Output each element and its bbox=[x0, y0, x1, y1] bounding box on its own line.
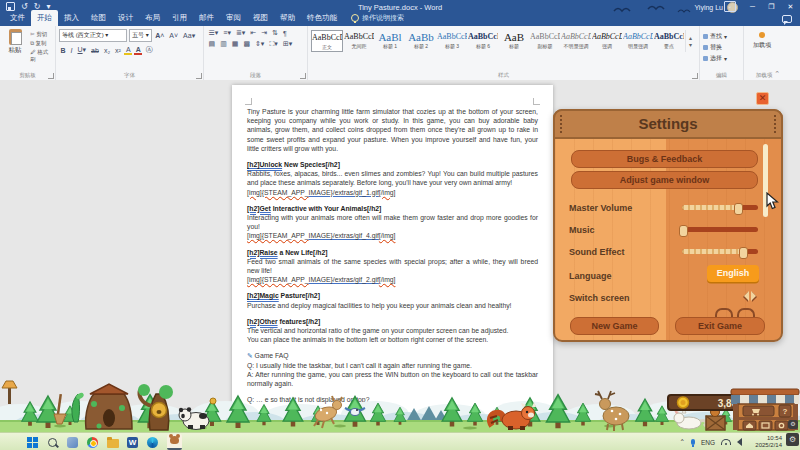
bugs-feedback-button[interactable]: Bugs & Feedback bbox=[571, 150, 758, 168]
settings-close-button[interactable]: ✕ bbox=[756, 92, 769, 105]
shop-cart-button[interactable] bbox=[743, 406, 774, 416]
grow-font-icon[interactable]: A˄ bbox=[154, 32, 166, 39]
character-shading-icon[interactable]: Ⓐ bbox=[144, 45, 154, 55]
minimize-button[interactable]: ─ bbox=[743, 0, 762, 13]
language-indicator[interactable]: ENG bbox=[701, 439, 715, 446]
tab-references[interactable]: 引用 bbox=[166, 10, 193, 26]
slider-handle[interactable] bbox=[679, 225, 688, 237]
tab-mailings[interactable]: 邮件 bbox=[193, 10, 220, 26]
microphone-icon[interactable] bbox=[691, 439, 695, 445]
change-case-icon[interactable]: Aa▾ bbox=[182, 32, 197, 40]
tab-insert[interactable]: 插入 bbox=[58, 10, 85, 26]
underline-icon[interactable]: U▾ bbox=[76, 46, 88, 54]
font-color-icon[interactable]: A bbox=[134, 46, 142, 55]
shop-settings-button[interactable] bbox=[775, 421, 788, 430]
tab-help[interactable]: 帮助 bbox=[274, 10, 301, 26]
addins-button[interactable]: 加载项 bbox=[747, 28, 777, 50]
superscript-icon[interactable]: x² bbox=[114, 47, 123, 54]
tell-me-search[interactable]: 操作说明搜索 bbox=[351, 13, 404, 26]
justify-icon[interactable]: ▩ bbox=[242, 40, 252, 48]
borders-icon[interactable]: ⊞▾ bbox=[281, 40, 293, 48]
numbering-icon[interactable]: ≡▾ bbox=[222, 29, 233, 37]
align-left-icon[interactable]: ▤ bbox=[207, 40, 217, 48]
language-button[interactable]: English bbox=[707, 265, 759, 282]
align-right-icon[interactable]: ▦ bbox=[230, 40, 240, 48]
align-center-icon[interactable]: ▥ bbox=[219, 40, 229, 48]
cut-button[interactable]: ✂ 剪切 bbox=[30, 31, 52, 38]
ribbon-display-options-icon[interactable]: ⌄ bbox=[724, 1, 736, 12]
style-heading1[interactable]: AaBl标题 1 bbox=[375, 30, 405, 52]
word-icon[interactable]: W bbox=[126, 436, 139, 449]
shop-album-button[interactable] bbox=[759, 421, 772, 430]
increase-indent-icon[interactable]: ⇥ bbox=[260, 29, 269, 37]
collapse-ribbon-icon[interactable]: ⌃ bbox=[774, 70, 780, 78]
tab-review[interactable]: 审阅 bbox=[220, 10, 247, 26]
slider-handle[interactable] bbox=[739, 247, 748, 259]
font-size-select[interactable]: 五号 ▾ bbox=[129, 29, 152, 42]
tab-file[interactable]: 文件 bbox=[4, 10, 31, 26]
bullets-icon[interactable]: ☰▾ bbox=[207, 29, 220, 37]
font-name-select[interactable]: 等线 (西文正文) ▾ bbox=[59, 29, 127, 42]
switch-screen-right-icon[interactable] bbox=[751, 291, 761, 301]
style-subtitle[interactable]: AaBbCcD副标题 bbox=[530, 30, 560, 52]
shop-home-button[interactable] bbox=[743, 421, 756, 430]
start-button[interactable] bbox=[26, 436, 39, 449]
music-slider[interactable] bbox=[682, 227, 758, 232]
close-button[interactable]: ✕ bbox=[781, 0, 800, 13]
replace-button[interactable]: 替换 bbox=[703, 43, 740, 52]
slider-handle[interactable] bbox=[734, 203, 743, 215]
game-gear-button-small[interactable]: ⚙ bbox=[788, 420, 798, 429]
highlight-color-icon[interactable]: A bbox=[124, 46, 132, 55]
paragraph-dialog-launcher[interactable] bbox=[300, 73, 306, 79]
tab-view[interactable]: 视图 bbox=[247, 10, 274, 26]
file-explorer-icon[interactable] bbox=[106, 436, 119, 449]
restore-button[interactable]: ❐ bbox=[762, 0, 781, 13]
copy-button[interactable]: ⧉ 复制 bbox=[30, 40, 52, 47]
tray-expand-icon[interactable]: ⌃ bbox=[679, 438, 684, 446]
exit-game-button[interactable]: Exit Game bbox=[675, 317, 765, 335]
sound-effect-slider[interactable] bbox=[682, 249, 758, 254]
wifi-icon[interactable] bbox=[721, 439, 731, 445]
switch-screen-left-icon[interactable] bbox=[739, 291, 749, 301]
master-volume-slider[interactable] bbox=[682, 205, 758, 210]
styles-dialog-launcher[interactable] bbox=[692, 73, 698, 79]
style-heading2[interactable]: AaBb标题 2 bbox=[406, 30, 436, 52]
tab-features[interactable]: 特色功能 bbox=[301, 10, 343, 26]
style-heading6[interactable]: AaBbCcD标题 6 bbox=[468, 30, 498, 52]
new-game-button[interactable]: New Game bbox=[570, 317, 659, 335]
speaker-icon[interactable] bbox=[737, 438, 742, 446]
font-dialog-launcher[interactable] bbox=[196, 73, 202, 79]
shading-icon[interactable]: ⛶▾ bbox=[268, 40, 279, 48]
tiny-pasture-taskbar-icon[interactable] bbox=[166, 436, 182, 449]
show-marks-icon[interactable]: ¶ bbox=[281, 30, 288, 37]
multilevel-list-icon[interactable]: ≣▾ bbox=[234, 29, 246, 37]
select-button[interactable]: 选择 ▾ bbox=[703, 54, 740, 63]
document-text[interactable]: Tiny Pasture is your charming little far… bbox=[247, 107, 538, 411]
subscript-icon[interactable]: x₂ bbox=[102, 47, 111, 54]
chrome-icon[interactable] bbox=[86, 436, 99, 449]
style-normal[interactable]: AaBbCcD正文 bbox=[311, 30, 343, 52]
style-emphasis[interactable]: AaBbCcD强调 bbox=[592, 30, 622, 52]
find-button[interactable]: 查找 ▾ bbox=[703, 32, 740, 41]
style-strong[interactable]: AaBbCcD要点 bbox=[654, 30, 684, 52]
style-intense-emphasis[interactable]: AaBbCcD明显强调 bbox=[623, 30, 653, 52]
format-painter-button[interactable]: 🖉 格式刷 bbox=[30, 49, 52, 63]
taskbar-clock[interactable]: 10:54 2025/2/14 bbox=[755, 435, 782, 449]
strikethrough-icon[interactable]: ab bbox=[90, 47, 101, 54]
sort-icon[interactable]: ⇅ bbox=[271, 29, 280, 37]
tab-design[interactable]: 设计 bbox=[112, 10, 139, 26]
style-subtle-emphasis[interactable]: AaBbCcD不明显强调 bbox=[561, 30, 591, 52]
adjust-window-button[interactable]: Adjust game window bbox=[571, 171, 758, 189]
styles-gallery-more-icon[interactable]: ▴▾ bbox=[685, 30, 695, 52]
clipboard-dialog-launcher[interactable] bbox=[48, 73, 54, 79]
line-spacing-icon[interactable]: ⇕▾ bbox=[254, 40, 266, 48]
style-heading3[interactable]: AaBbCcE标题 3 bbox=[437, 30, 467, 52]
decrease-indent-icon[interactable]: ⇤ bbox=[249, 29, 258, 37]
widgets-icon[interactable] bbox=[66, 436, 79, 449]
tab-layout[interactable]: 布局 bbox=[139, 10, 166, 26]
search-icon[interactable] bbox=[46, 436, 59, 449]
game-gear-button[interactable]: ⚙ bbox=[786, 433, 799, 446]
comments-icon[interactable] bbox=[782, 15, 792, 23]
italic-icon[interactable]: I bbox=[69, 47, 74, 54]
shrink-font-icon[interactable]: A˅ bbox=[168, 32, 180, 39]
